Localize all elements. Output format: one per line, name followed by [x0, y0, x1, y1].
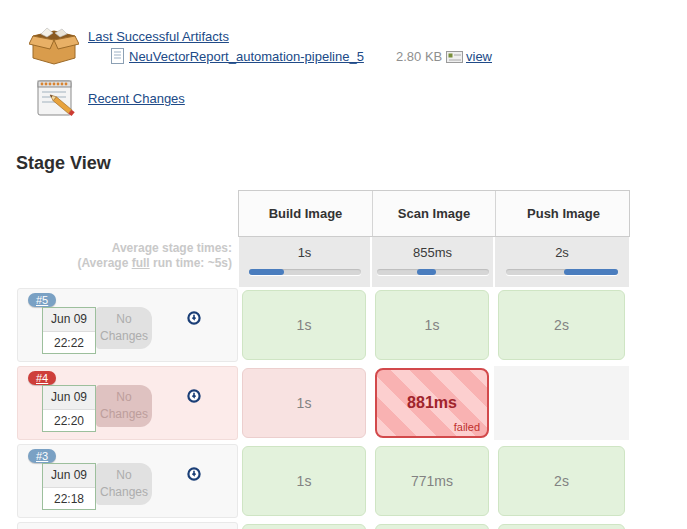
run-datetime-3[interactable]: Jun 09 22:18 — [42, 463, 96, 510]
run-row-3-card: #3 Jun 09 22:18 NoChanges — [17, 444, 238, 518]
stage-cell-run4-push-empty — [494, 366, 629, 440]
average-cell-build: 1s — [239, 237, 370, 287]
run-row-4-card: #4 Jun 09 22:20 NoChanges — [17, 366, 238, 440]
stage-cell-run5-build[interactable]: 1s — [242, 290, 366, 360]
stage-cell-partial-push[interactable] — [498, 524, 625, 529]
average-time-build: 1s — [239, 245, 370, 260]
artifact-file-link[interactable]: NeuVectorReport_automation-pipeline_5 — [129, 49, 364, 64]
no-changes-label: NoChanges — [96, 463, 152, 505]
stage-header-push-image: Push Image — [495, 191, 631, 236]
stage-cell-run4-build[interactable]: 1s — [242, 368, 366, 438]
stage-cell-run5-push[interactable]: 2s — [498, 290, 625, 360]
stage-header-row: Build Image Scan Image Push Image — [238, 190, 630, 237]
failed-label: failed — [454, 421, 480, 433]
stage-cell-run4-scan-failed[interactable]: 881ms failed — [375, 368, 489, 438]
changes-clock-icon — [187, 389, 201, 403]
recent-changes-icon — [35, 77, 79, 117]
stage-cell-partial-build[interactable] — [242, 524, 366, 529]
average-cell-scan: 855ms — [372, 237, 493, 287]
run-badge-5[interactable]: #5 — [28, 293, 56, 307]
stage-cell-partial-scan[interactable] — [375, 524, 489, 529]
artifact-view-link[interactable]: view — [466, 49, 492, 64]
stage-cell-run5-scan[interactable]: 1s — [375, 290, 489, 360]
run-row-5-card: #5 Jun 09 22:22 NoChanges — [17, 288, 238, 362]
run-row-partial-card — [17, 522, 238, 529]
page-title: Stage View — [16, 153, 111, 174]
fingerprint-icon — [446, 51, 463, 63]
average-time-push: 2s — [495, 245, 629, 260]
artifact-file-icon — [111, 48, 124, 64]
stage-header-build-image: Build Image — [239, 191, 372, 236]
run-badge-4[interactable]: #4 — [28, 371, 56, 385]
package-icon — [29, 24, 79, 66]
average-time-scan: 855ms — [372, 245, 493, 260]
no-changes-label: NoChanges — [96, 385, 152, 427]
recent-changes-link[interactable]: Recent Changes — [88, 91, 185, 106]
artifact-file-size: 2.80 KB — [396, 49, 442, 64]
average-bar-push — [506, 269, 618, 275]
average-bar-scan — [377, 269, 489, 275]
stage-cell-run3-push[interactable]: 2s — [498, 446, 625, 516]
changes-clock-icon — [187, 311, 201, 325]
run-datetime-4[interactable]: Jun 09 22:20 — [42, 385, 96, 432]
average-cell-push: 2s — [495, 237, 629, 287]
changes-clock-icon — [187, 467, 201, 481]
last-successful-artifacts-link[interactable]: Last Successful Artifacts — [88, 29, 229, 44]
stage-header-scan-image: Scan Image — [372, 191, 495, 236]
run-datetime-5[interactable]: Jun 09 22:22 — [42, 307, 96, 354]
stage-cell-run3-build[interactable]: 1s — [242, 446, 366, 516]
no-changes-label: NoChanges — [96, 307, 152, 349]
average-bar-build — [249, 269, 361, 275]
run-badge-3[interactable]: #3 — [28, 449, 56, 463]
stage-cell-run3-scan[interactable]: 771ms — [375, 446, 489, 516]
average-stage-times-label: Average stage times: (Average full run t… — [0, 241, 232, 271]
